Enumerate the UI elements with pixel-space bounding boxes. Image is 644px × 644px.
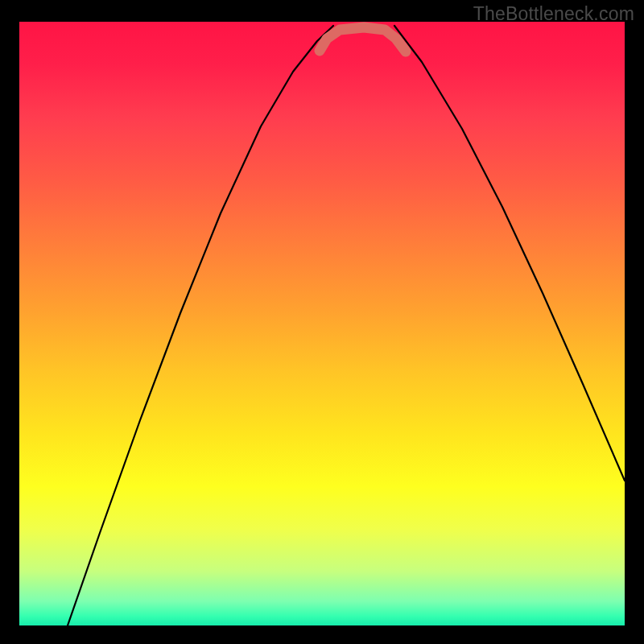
series-bottom-arc: [320, 27, 406, 52]
series-right-slope: [394, 26, 625, 481]
plot-area: [19, 22, 625, 625]
watermark-text: TheBottleneck.com: [473, 3, 634, 25]
chart-frame: TheBottleneck.com: [0, 0, 644, 644]
series-left-slope: [68, 26, 333, 625]
chart-svg: [19, 22, 625, 625]
